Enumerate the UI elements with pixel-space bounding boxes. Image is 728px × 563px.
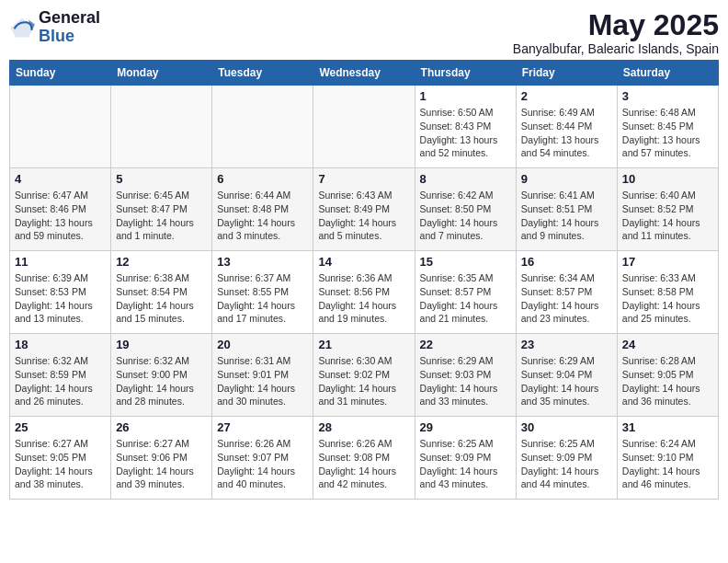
month-title: May 2025	[513, 9, 719, 41]
day-info: Sunrise: 6:37 AMSunset: 8:55 PMDaylight:…	[217, 271, 308, 326]
day-number: 22	[420, 338, 511, 351]
weekday-header-saturday: Saturday	[617, 61, 718, 86]
day-number: 16	[521, 255, 612, 269]
calendar-cell: 9Sunrise: 6:41 AMSunset: 8:51 PMDaylight…	[516, 168, 617, 251]
calendar-cell: 12Sunrise: 6:38 AMSunset: 8:54 PMDayligh…	[111, 251, 212, 334]
weekday-header-monday: Monday	[111, 61, 212, 86]
logo-icon	[9, 15, 35, 40]
day-info: Sunrise: 6:47 AMSunset: 8:46 PMDaylight:…	[15, 189, 106, 243]
calendar-cell: 8Sunrise: 6:42 AMSunset: 8:50 PMDaylight…	[415, 168, 516, 251]
calendar-cell: 16Sunrise: 6:34 AMSunset: 8:57 PMDayligh…	[516, 251, 617, 334]
day-number: 5	[116, 172, 207, 186]
calendar-cell	[212, 86, 313, 168]
calendar-cell	[313, 86, 415, 168]
location-subtitle: Banyalbufar, Balearic Islands, Spain	[513, 41, 719, 56]
day-number: 3	[622, 89, 713, 103]
day-info: Sunrise: 6:35 AMSunset: 8:57 PMDaylight:…	[420, 271, 511, 326]
day-info: Sunrise: 6:26 AMSunset: 9:08 PMDaylight:…	[318, 437, 409, 491]
day-number: 10	[622, 172, 713, 186]
page-header: General Blue May 2025 Banyalbufar, Balea…	[9, 9, 719, 56]
day-number: 21	[318, 338, 409, 351]
day-number: 7	[318, 172, 409, 186]
calendar-week-row: 4Sunrise: 6:47 AMSunset: 8:46 PMDaylight…	[10, 168, 719, 251]
day-number: 18	[15, 338, 106, 351]
day-number: 15	[420, 255, 511, 269]
day-info: Sunrise: 6:38 AMSunset: 8:54 PMDaylight:…	[116, 271, 207, 326]
calendar-cell: 6Sunrise: 6:44 AMSunset: 8:48 PMDaylight…	[212, 168, 313, 251]
day-info: Sunrise: 6:29 AMSunset: 9:03 PMDaylight:…	[420, 354, 511, 408]
calendar-cell: 14Sunrise: 6:36 AMSunset: 8:56 PMDayligh…	[313, 251, 415, 334]
calendar-cell: 22Sunrise: 6:29 AMSunset: 9:03 PMDayligh…	[415, 334, 516, 417]
day-number: 31	[622, 420, 713, 434]
calendar-cell: 27Sunrise: 6:26 AMSunset: 9:07 PMDayligh…	[212, 417, 313, 500]
day-info: Sunrise: 6:48 AMSunset: 8:45 PMDaylight:…	[622, 106, 713, 160]
calendar-cell: 13Sunrise: 6:37 AMSunset: 8:55 PMDayligh…	[212, 251, 313, 334]
day-number: 12	[116, 255, 207, 269]
day-number: 2	[521, 89, 612, 103]
weekday-header-wednesday: Wednesday	[313, 61, 415, 86]
day-info: Sunrise: 6:39 AMSunset: 8:53 PMDaylight:…	[15, 271, 106, 326]
calendar-cell: 23Sunrise: 6:29 AMSunset: 9:04 PMDayligh…	[516, 334, 617, 417]
calendar-cell: 21Sunrise: 6:30 AMSunset: 9:02 PMDayligh…	[313, 334, 415, 417]
calendar-cell: 25Sunrise: 6:27 AMSunset: 9:05 PMDayligh…	[10, 417, 111, 500]
logo-blue: Blue	[39, 28, 100, 46]
day-number: 11	[15, 255, 106, 269]
calendar-cell: 11Sunrise: 6:39 AMSunset: 8:53 PMDayligh…	[10, 251, 111, 334]
weekday-header-sunday: Sunday	[10, 61, 111, 86]
logo-text: General Blue	[39, 9, 100, 46]
day-number: 30	[521, 420, 612, 434]
weekday-header-row: SundayMondayTuesdayWednesdayThursdayFrid…	[10, 61, 719, 86]
calendar-cell: 26Sunrise: 6:27 AMSunset: 9:06 PMDayligh…	[111, 417, 212, 500]
calendar-cell: 4Sunrise: 6:47 AMSunset: 8:46 PMDaylight…	[10, 168, 111, 251]
day-info: Sunrise: 6:32 AMSunset: 8:59 PMDaylight:…	[15, 354, 106, 408]
calendar-cell: 7Sunrise: 6:43 AMSunset: 8:49 PMDaylight…	[313, 168, 415, 251]
logo: General Blue	[9, 9, 100, 46]
day-number: 4	[15, 172, 106, 186]
calendar-week-row: 25Sunrise: 6:27 AMSunset: 9:05 PMDayligh…	[10, 417, 719, 500]
day-number: 6	[217, 172, 308, 186]
day-number: 25	[15, 420, 106, 434]
calendar-cell: 24Sunrise: 6:28 AMSunset: 9:05 PMDayligh…	[617, 334, 718, 417]
weekday-header-friday: Friday	[516, 61, 617, 86]
calendar-cell: 19Sunrise: 6:32 AMSunset: 9:00 PMDayligh…	[111, 334, 212, 417]
day-info: Sunrise: 6:25 AMSunset: 9:09 PMDaylight:…	[420, 437, 511, 491]
day-number: 19	[116, 338, 207, 351]
day-info: Sunrise: 6:36 AMSunset: 8:56 PMDaylight:…	[318, 271, 409, 326]
day-info: Sunrise: 6:41 AMSunset: 8:51 PMDaylight:…	[521, 189, 612, 243]
calendar-week-row: 18Sunrise: 6:32 AMSunset: 8:59 PMDayligh…	[10, 334, 719, 417]
calendar-cell: 30Sunrise: 6:25 AMSunset: 9:09 PMDayligh…	[516, 417, 617, 500]
day-number: 13	[217, 255, 308, 269]
day-info: Sunrise: 6:27 AMSunset: 9:06 PMDaylight:…	[116, 437, 207, 491]
calendar-cell: 29Sunrise: 6:25 AMSunset: 9:09 PMDayligh…	[415, 417, 516, 500]
day-number: 8	[420, 172, 511, 186]
calendar-cell: 10Sunrise: 6:40 AMSunset: 8:52 PMDayligh…	[617, 168, 718, 251]
calendar-cell: 5Sunrise: 6:45 AMSunset: 8:47 PMDaylight…	[111, 168, 212, 251]
day-number: 29	[420, 420, 511, 434]
title-block: May 2025 Banyalbufar, Balearic Islands, …	[513, 9, 719, 56]
calendar-cell: 15Sunrise: 6:35 AMSunset: 8:57 PMDayligh…	[415, 251, 516, 334]
weekday-header-tuesday: Tuesday	[212, 61, 313, 86]
calendar-week-row: 1Sunrise: 6:50 AMSunset: 8:43 PMDaylight…	[10, 86, 719, 168]
logo-general: General	[39, 9, 100, 28]
day-info: Sunrise: 6:50 AMSunset: 8:43 PMDaylight:…	[420, 106, 511, 160]
calendar-cell	[10, 86, 111, 168]
day-number: 14	[318, 255, 409, 269]
day-info: Sunrise: 6:30 AMSunset: 9:02 PMDaylight:…	[318, 354, 409, 408]
day-number: 20	[217, 338, 308, 351]
day-info: Sunrise: 6:45 AMSunset: 8:47 PMDaylight:…	[116, 189, 207, 243]
calendar-cell: 20Sunrise: 6:31 AMSunset: 9:01 PMDayligh…	[212, 334, 313, 417]
day-info: Sunrise: 6:34 AMSunset: 8:57 PMDaylight:…	[521, 271, 612, 326]
day-info: Sunrise: 6:28 AMSunset: 9:05 PMDaylight:…	[622, 354, 713, 408]
day-info: Sunrise: 6:26 AMSunset: 9:07 PMDaylight:…	[217, 437, 308, 491]
calendar-cell: 17Sunrise: 6:33 AMSunset: 8:58 PMDayligh…	[617, 251, 718, 334]
calendar-cell: 1Sunrise: 6:50 AMSunset: 8:43 PMDaylight…	[415, 86, 516, 168]
day-info: Sunrise: 6:27 AMSunset: 9:05 PMDaylight:…	[15, 437, 106, 491]
day-info: Sunrise: 6:25 AMSunset: 9:09 PMDaylight:…	[521, 437, 612, 491]
day-number: 23	[521, 338, 612, 351]
day-number: 27	[217, 420, 308, 434]
day-number: 9	[521, 172, 612, 186]
weekday-header-thursday: Thursday	[415, 61, 516, 86]
day-info: Sunrise: 6:32 AMSunset: 9:00 PMDaylight:…	[116, 354, 207, 408]
day-info: Sunrise: 6:42 AMSunset: 8:50 PMDaylight:…	[420, 189, 511, 243]
calendar-cell: 18Sunrise: 6:32 AMSunset: 8:59 PMDayligh…	[10, 334, 111, 417]
